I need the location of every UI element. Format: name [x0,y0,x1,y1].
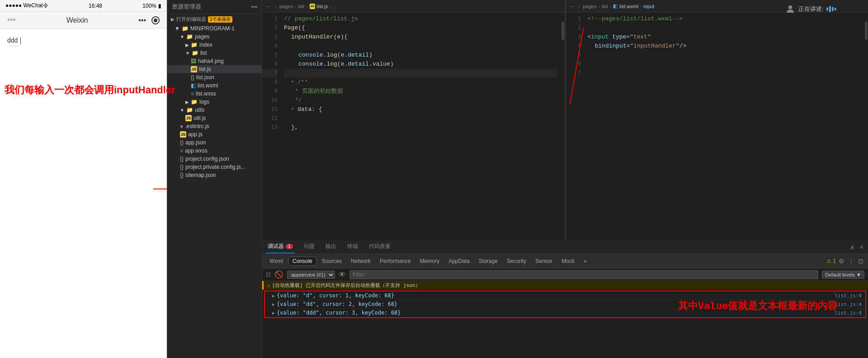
default-levels-dropdown[interactable]: Default levels ▼ [822,271,864,279]
devtools-tab-network[interactable]: Network [347,257,374,265]
clear-console-icon[interactable]: 🚫 [274,270,283,279]
chevron-down-icon: ▼ [185,51,190,56]
tab-output[interactable]: 输出 [324,240,338,253]
code-area-right[interactable]: 1234 567 <!--pages/list/list.wxml--> <in… [566,13,868,240]
phone-title: Weixin [66,16,88,24]
tree-item-appjs[interactable]: JS app.js [167,130,262,138]
tab-terminal[interactable]: 终端 [345,240,360,253]
nav-back-icon-right[interactable]: ← [570,4,575,9]
breadcrumb-left: pages › list › JS list.js › ... [279,4,561,9]
breadcrumb-sep-r1: › [598,4,600,9]
devtools-tab-wxml[interactable]: Wxml [266,257,287,265]
svg-point-1 [788,5,792,9]
popout-icon[interactable]: ⊡ [857,257,864,266]
devtools-tab-performance[interactable]: Performance [376,257,415,265]
editor-scrollbar-left[interactable] [561,13,565,240]
debugger-badge: 1 [286,244,293,249]
devtools-tab-mock[interactable]: Mock [558,257,578,265]
chevron-down-icon: ▼ [180,34,184,39]
explorer-more-icon[interactable]: ••• [251,4,257,10]
unsaved-badge: 1个未保存 [208,16,232,23]
nav-back-icon[interactable]: ← [266,4,271,9]
tree-item-projectprivate[interactable]: {} project.private.config.js... [167,163,262,171]
fold-icon[interactable]: ▼ [291,105,297,114]
tab-problems[interactable]: 问题 [302,240,316,253]
open-files-label: 打开的编辑器 [176,16,206,23]
expand-arrow-icon-2: ▶ [272,302,275,307]
editor-scrollbar-right[interactable] [864,13,868,240]
tree-item-label: list.wxss [196,91,216,97]
devtools-tab-security-label: Security [507,258,526,264]
inspect-icon[interactable]: ⊡ [266,271,271,278]
tree-item-utiljs[interactable]: JS util.js [167,114,262,122]
tree-item-appjson[interactable]: {} app.json [167,138,262,147]
appservice-select[interactable]: appservice (#1) [287,271,335,279]
nav-forward-icon-right[interactable]: → [576,4,581,9]
nav-forward-icon[interactable]: → [273,4,278,9]
bottom-panel: 调试器 1 问题 输出 终端 代码质量 ∧ × Wxml [262,240,868,358]
code-content-left: // pages/list/list.js Page({ inputHandle… [280,13,561,240]
panel-close-icon[interactable]: × [859,243,864,252]
tree-item-logs[interactable]: ▶ 📁 logs [167,98,262,106]
breadcrumb-pages: pages [279,4,293,9]
file-wxml-icon: ◧ [613,3,618,9]
devtools-tab-sensor[interactable]: Sensor [532,257,556,265]
tree-item-listjs[interactable]: JS list.js [167,65,262,73]
devtools-tab-console[interactable]: Console [288,257,316,266]
tree-item-pages[interactable]: ▼ 📁 pages [167,33,262,41]
console-log-item-2[interactable]: ▶ {value: "dd", cursor: 2, keyCode: 68} … [265,300,865,309]
fold-icon[interactable]: ▼ [291,78,297,87]
folder-index-icon: 📁 [191,42,198,48]
folder-utils-icon: 📁 [186,107,193,113]
more-vert-icon[interactable]: ⋮ [847,257,855,266]
console-log-file-2: list.js:4 [835,301,862,307]
eye-icon[interactable]: 👁 [339,271,346,279]
tree-item-appwxss[interactable]: ≡ app.wxss [167,147,262,155]
panel-up-icon[interactable]: ∧ [849,243,855,252]
devtools-tab-more[interactable]: » [580,257,590,265]
phone-status-right: 100% ▮ [142,3,161,9]
console-log-item-1[interactable]: ▶ {value: "d", cursor: 1, keyCode: 68} l… [265,291,865,300]
tree-item-utils[interactable]: ▼ 📁 utils [167,106,262,114]
settings-icon[interactable]: ⚙ [838,257,845,266]
tree-item-list[interactable]: ▼ 📁 list [167,49,262,57]
console-log-file-1: list.js:4 [835,293,862,299]
tree-item-sitemap[interactable]: {} sitemap.json [167,171,262,179]
tab-code-quality[interactable]: 代码质量 [367,240,392,253]
devtools-tab-storage[interactable]: Storage [475,257,501,265]
breadcrumb-list-r: list [602,4,608,9]
filter-input[interactable] [349,270,818,279]
expand-arrow-icon-3: ▶ [272,310,275,315]
chevron-right-icon: ▶ [171,17,175,22]
devtools-tab-memory[interactable]: Memory [416,257,443,265]
devtools-tab-appdata[interactable]: AppData [445,257,473,265]
breadcrumb-sep-r3: › [640,4,642,9]
breadcrumb-list: list [298,4,304,9]
project-root[interactable]: ▼ 📁 MINIPROGRAM-1 [167,24,262,33]
phone-battery: 100% [142,3,156,9]
breadcrumb-more: ... [333,4,337,9]
cursor-indicator [20,38,21,44]
editor-pane-right: ← → pages › list › ◧ list.wxml › input [566,0,868,240]
phone-title-icon: ••• [7,15,16,25]
code-line [588,69,861,78]
tab-debugger[interactable]: 调试器 1 [266,240,295,253]
phone-status-bar: ●●●●● WeChat令 16:48 100% ▮ [0,0,167,12]
tree-item-haha4png[interactable]: 🖼 haha4.png [167,57,262,65]
tree-item-projectconfig[interactable]: {} project.config.json [167,155,262,163]
breadcrumb-sep-r2: › [610,4,612,9]
tree-item-listwxml[interactable]: ◧ list.wxml [167,81,262,90]
breadcrumb-sep2: › [306,4,308,9]
folder-pages-icon: 📁 [186,33,193,40]
tree-item-eslintrc[interactable]: ● .eslintrc.js [167,122,262,130]
line-numbers-right: 1234 567 [566,13,584,240]
console-log-group: ▶ {value: "d", cursor: 1, keyCode: 68} l… [264,291,866,318]
code-area-left[interactable]: 12345 678910 111213 // pages/list/list.j… [262,13,565,240]
tree-item-index[interactable]: ▶ 📁 index [167,41,262,49]
tree-item-listjson[interactable]: {} list.json [167,73,262,81]
console-log-item-3[interactable]: ▶ {value: "ddd", cursor: 3, keyCode: 68}… [265,309,865,317]
tree-item-listwxss[interactable]: ≡ list.wxss [167,90,262,98]
devtools-tab-security[interactable]: Security [503,257,530,265]
battery-icon: ▮ [158,3,161,9]
devtools-tab-sources[interactable]: Sources [318,257,345,265]
